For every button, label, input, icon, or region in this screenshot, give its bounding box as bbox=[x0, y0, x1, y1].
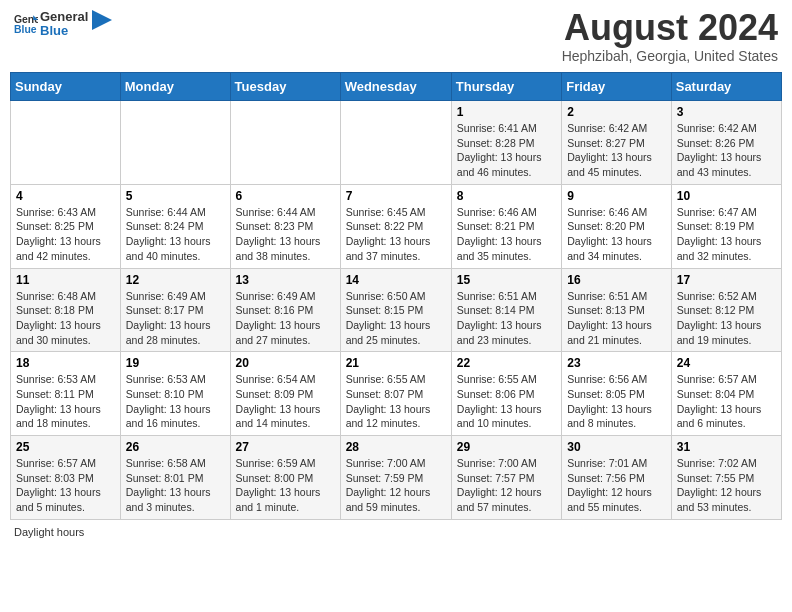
calendar-cell bbox=[340, 101, 451, 185]
day-info: Sunrise: 6:58 AMSunset: 8:01 PMDaylight:… bbox=[126, 456, 225, 515]
calendar-header-tuesday: Tuesday bbox=[230, 73, 340, 101]
location-subtitle: Hephzibah, Georgia, United States bbox=[562, 48, 778, 64]
day-number: 31 bbox=[677, 440, 776, 454]
day-info: Sunrise: 6:42 AMSunset: 8:27 PMDaylight:… bbox=[567, 121, 666, 180]
day-number: 14 bbox=[346, 273, 446, 287]
day-number: 25 bbox=[16, 440, 115, 454]
calendar-header-sunday: Sunday bbox=[11, 73, 121, 101]
svg-text:Blue: Blue bbox=[14, 24, 37, 35]
calendar-header-monday: Monday bbox=[120, 73, 230, 101]
calendar-cell: 3Sunrise: 6:42 AMSunset: 8:26 PMDaylight… bbox=[671, 101, 781, 185]
day-info: Sunrise: 6:55 AMSunset: 8:06 PMDaylight:… bbox=[457, 372, 556, 431]
calendar-cell: 18Sunrise: 6:53 AMSunset: 8:11 PMDayligh… bbox=[11, 352, 121, 436]
day-info: Sunrise: 6:48 AMSunset: 8:18 PMDaylight:… bbox=[16, 289, 115, 348]
calendar-header-saturday: Saturday bbox=[671, 73, 781, 101]
calendar-cell: 15Sunrise: 6:51 AMSunset: 8:14 PMDayligh… bbox=[451, 268, 561, 352]
calendar-header-thursday: Thursday bbox=[451, 73, 561, 101]
day-number: 8 bbox=[457, 189, 556, 203]
logo-general: General bbox=[40, 10, 88, 24]
day-number: 28 bbox=[346, 440, 446, 454]
day-info: Sunrise: 6:53 AMSunset: 8:10 PMDaylight:… bbox=[126, 372, 225, 431]
day-info: Sunrise: 7:00 AMSunset: 7:59 PMDaylight:… bbox=[346, 456, 446, 515]
day-number: 29 bbox=[457, 440, 556, 454]
calendar-cell bbox=[120, 101, 230, 185]
month-year-title: August 2024 bbox=[562, 10, 778, 46]
day-number: 17 bbox=[677, 273, 776, 287]
calendar-cell: 16Sunrise: 6:51 AMSunset: 8:13 PMDayligh… bbox=[562, 268, 672, 352]
day-number: 5 bbox=[126, 189, 225, 203]
day-info: Sunrise: 6:43 AMSunset: 8:25 PMDaylight:… bbox=[16, 205, 115, 264]
calendar-cell: 6Sunrise: 6:44 AMSunset: 8:23 PMDaylight… bbox=[230, 184, 340, 268]
day-number: 1 bbox=[457, 105, 556, 119]
day-number: 13 bbox=[236, 273, 335, 287]
calendar-cell: 21Sunrise: 6:55 AMSunset: 8:07 PMDayligh… bbox=[340, 352, 451, 436]
day-number: 27 bbox=[236, 440, 335, 454]
calendar-cell: 14Sunrise: 6:50 AMSunset: 8:15 PMDayligh… bbox=[340, 268, 451, 352]
day-info: Sunrise: 7:01 AMSunset: 7:56 PMDaylight:… bbox=[567, 456, 666, 515]
calendar-cell: 13Sunrise: 6:49 AMSunset: 8:16 PMDayligh… bbox=[230, 268, 340, 352]
day-info: Sunrise: 6:46 AMSunset: 8:20 PMDaylight:… bbox=[567, 205, 666, 264]
logo-icon: General Blue bbox=[14, 12, 38, 36]
day-number: 24 bbox=[677, 356, 776, 370]
calendar-cell: 19Sunrise: 6:53 AMSunset: 8:10 PMDayligh… bbox=[120, 352, 230, 436]
calendar-header-friday: Friday bbox=[562, 73, 672, 101]
calendar-cell: 17Sunrise: 6:52 AMSunset: 8:12 PMDayligh… bbox=[671, 268, 781, 352]
day-info: Sunrise: 6:57 AMSunset: 8:04 PMDaylight:… bbox=[677, 372, 776, 431]
day-info: Sunrise: 6:53 AMSunset: 8:11 PMDaylight:… bbox=[16, 372, 115, 431]
day-number: 9 bbox=[567, 189, 666, 203]
day-number: 6 bbox=[236, 189, 335, 203]
day-number: 2 bbox=[567, 105, 666, 119]
title-block: August 2024 Hephzibah, Georgia, United S… bbox=[562, 10, 778, 64]
calendar-cell: 10Sunrise: 6:47 AMSunset: 8:19 PMDayligh… bbox=[671, 184, 781, 268]
day-number: 19 bbox=[126, 356, 225, 370]
day-number: 3 bbox=[677, 105, 776, 119]
calendar-cell: 11Sunrise: 6:48 AMSunset: 8:18 PMDayligh… bbox=[11, 268, 121, 352]
calendar-cell: 22Sunrise: 6:55 AMSunset: 8:06 PMDayligh… bbox=[451, 352, 561, 436]
calendar-cell: 29Sunrise: 7:00 AMSunset: 7:57 PMDayligh… bbox=[451, 436, 561, 520]
calendar-cell: 9Sunrise: 6:46 AMSunset: 8:20 PMDaylight… bbox=[562, 184, 672, 268]
calendar-cell: 28Sunrise: 7:00 AMSunset: 7:59 PMDayligh… bbox=[340, 436, 451, 520]
day-number: 12 bbox=[126, 273, 225, 287]
calendar-cell: 31Sunrise: 7:02 AMSunset: 7:55 PMDayligh… bbox=[671, 436, 781, 520]
calendar-cell: 5Sunrise: 6:44 AMSunset: 8:24 PMDaylight… bbox=[120, 184, 230, 268]
calendar-cell: 4Sunrise: 6:43 AMSunset: 8:25 PMDaylight… bbox=[11, 184, 121, 268]
day-info: Sunrise: 6:42 AMSunset: 8:26 PMDaylight:… bbox=[677, 121, 776, 180]
calendar-cell: 20Sunrise: 6:54 AMSunset: 8:09 PMDayligh… bbox=[230, 352, 340, 436]
day-number: 23 bbox=[567, 356, 666, 370]
calendar-cell bbox=[230, 101, 340, 185]
day-number: 4 bbox=[16, 189, 115, 203]
calendar-table: SundayMondayTuesdayWednesdayThursdayFrid… bbox=[10, 72, 782, 520]
daylight-hours-label: Daylight hours bbox=[14, 526, 84, 538]
day-info: Sunrise: 6:44 AMSunset: 8:24 PMDaylight:… bbox=[126, 205, 225, 264]
footer: Daylight hours bbox=[10, 526, 782, 538]
calendar-header-wednesday: Wednesday bbox=[340, 73, 451, 101]
day-info: Sunrise: 6:57 AMSunset: 8:03 PMDaylight:… bbox=[16, 456, 115, 515]
day-number: 18 bbox=[16, 356, 115, 370]
page-header: General Blue General Blue August 2024 He… bbox=[10, 10, 782, 64]
calendar-cell: 30Sunrise: 7:01 AMSunset: 7:56 PMDayligh… bbox=[562, 436, 672, 520]
day-info: Sunrise: 6:55 AMSunset: 8:07 PMDaylight:… bbox=[346, 372, 446, 431]
day-info: Sunrise: 7:02 AMSunset: 7:55 PMDaylight:… bbox=[677, 456, 776, 515]
logo-arrow-icon bbox=[92, 10, 112, 30]
day-number: 30 bbox=[567, 440, 666, 454]
logo: General Blue General Blue bbox=[14, 10, 112, 39]
calendar-cell: 25Sunrise: 6:57 AMSunset: 8:03 PMDayligh… bbox=[11, 436, 121, 520]
calendar-cell: 7Sunrise: 6:45 AMSunset: 8:22 PMDaylight… bbox=[340, 184, 451, 268]
day-number: 22 bbox=[457, 356, 556, 370]
day-number: 16 bbox=[567, 273, 666, 287]
day-number: 20 bbox=[236, 356, 335, 370]
day-info: Sunrise: 6:51 AMSunset: 8:13 PMDaylight:… bbox=[567, 289, 666, 348]
calendar-cell: 2Sunrise: 6:42 AMSunset: 8:27 PMDaylight… bbox=[562, 101, 672, 185]
calendar-cell: 24Sunrise: 6:57 AMSunset: 8:04 PMDayligh… bbox=[671, 352, 781, 436]
day-info: Sunrise: 6:54 AMSunset: 8:09 PMDaylight:… bbox=[236, 372, 335, 431]
calendar-cell: 23Sunrise: 6:56 AMSunset: 8:05 PMDayligh… bbox=[562, 352, 672, 436]
day-number: 11 bbox=[16, 273, 115, 287]
day-info: Sunrise: 6:46 AMSunset: 8:21 PMDaylight:… bbox=[457, 205, 556, 264]
day-info: Sunrise: 6:41 AMSunset: 8:28 PMDaylight:… bbox=[457, 121, 556, 180]
day-info: Sunrise: 6:47 AMSunset: 8:19 PMDaylight:… bbox=[677, 205, 776, 264]
day-number: 7 bbox=[346, 189, 446, 203]
calendar-cell: 26Sunrise: 6:58 AMSunset: 8:01 PMDayligh… bbox=[120, 436, 230, 520]
calendar-cell: 8Sunrise: 6:46 AMSunset: 8:21 PMDaylight… bbox=[451, 184, 561, 268]
day-info: Sunrise: 6:44 AMSunset: 8:23 PMDaylight:… bbox=[236, 205, 335, 264]
day-number: 10 bbox=[677, 189, 776, 203]
